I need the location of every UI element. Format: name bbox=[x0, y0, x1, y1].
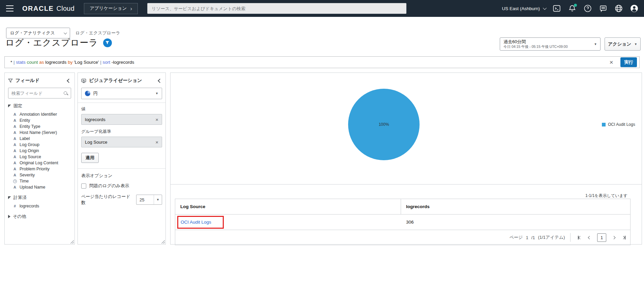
field-item[interactable]: AProblem Priority bbox=[8, 166, 71, 172]
chart-monitor-icon bbox=[81, 78, 86, 83]
value-chip-label: logrecords bbox=[85, 117, 105, 122]
annotation-red-box: OCI Audit Logs bbox=[177, 216, 224, 229]
page-current-text: 1 bbox=[526, 235, 528, 240]
chart-type-select[interactable]: 円 ▼ bbox=[81, 88, 162, 99]
field-item[interactable]: ALog Origin bbox=[8, 148, 71, 154]
remove-chip-icon[interactable]: × bbox=[155, 117, 158, 122]
string-field-icon: A bbox=[13, 167, 17, 171]
field-label: Host Name (Server) bbox=[20, 130, 57, 135]
field-search-input[interactable] bbox=[11, 91, 63, 96]
log-source-cell: OCI Audit Logs bbox=[175, 215, 401, 230]
field-label: Problem Priority bbox=[20, 167, 50, 171]
hamburger-menu-icon[interactable] bbox=[6, 5, 14, 11]
applications-button[interactable]: アプリケーション › bbox=[84, 3, 138, 14]
records-per-page-row: ページ当たりのレコード数 25 ▼ bbox=[81, 194, 162, 206]
column-header-log-source: Log Source bbox=[175, 199, 401, 214]
number-field-icon: # bbox=[13, 204, 17, 208]
section-computed[interactable]: 計算済 bbox=[8, 194, 71, 202]
scope-filter-icon[interactable] bbox=[103, 38, 112, 47]
field-item[interactable]: ALog Source bbox=[8, 154, 71, 160]
field-label: Annotation Identifier bbox=[20, 112, 57, 117]
field-item[interactable]: ALabel bbox=[8, 136, 71, 142]
previous-page-button[interactable] bbox=[586, 236, 593, 239]
collapse-panel-icon[interactable] bbox=[66, 79, 71, 82]
clear-query-icon[interactable]: × bbox=[606, 59, 616, 66]
chevron-down-icon bbox=[64, 31, 67, 34]
expanded-triangle-icon bbox=[8, 196, 11, 199]
language-globe-icon[interactable] bbox=[614, 4, 623, 13]
chevron-down-icon bbox=[543, 6, 547, 10]
dropdown-caret-icon: ▼ bbox=[591, 38, 600, 50]
string-field-icon: A bbox=[13, 130, 17, 135]
field-item[interactable]: ASeverity bbox=[8, 172, 71, 178]
string-field-icon: A bbox=[13, 118, 17, 123]
records-per-page-select[interactable]: 25 ▼ bbox=[136, 195, 162, 205]
remove-chip-icon[interactable]: × bbox=[155, 139, 158, 145]
pie-slice-label: 100% bbox=[379, 122, 389, 127]
query-token: * bbox=[10, 60, 13, 65]
section-pinned-label: 固定 bbox=[13, 103, 22, 109]
field-item[interactable]: ALog Group bbox=[8, 142, 71, 148]
table-summary: 1-1/1を表示しています bbox=[585, 193, 627, 199]
query-bar: * | stats count as logrecords by 'Log So… bbox=[4, 56, 640, 68]
time-range-text: 過去60分間 今日 04:15 午後 - 05:15 午後 UTC+09:00 bbox=[500, 38, 591, 50]
value-label: 値 bbox=[81, 106, 162, 112]
log-source-link[interactable]: OCI Audit Logs bbox=[181, 220, 211, 225]
logrecords-cell: 306 bbox=[401, 220, 414, 225]
first-page-button[interactable] bbox=[576, 236, 583, 239]
feedback-chat-icon[interactable] bbox=[599, 4, 608, 13]
pinned-field-list: AAnnotation IdentifierAEntityAEntity Typ… bbox=[8, 111, 71, 190]
actions-button[interactable]: アクション ▼ bbox=[605, 37, 641, 51]
pie-slice[interactable]: 100% bbox=[348, 89, 420, 160]
query-token: sort bbox=[102, 60, 111, 65]
help-icon[interactable] bbox=[583, 4, 592, 13]
region-selector[interactable]: US East (Ashburn) bbox=[502, 6, 546, 11]
run-query-button[interactable]: 実行 bbox=[620, 57, 637, 67]
last-page-button[interactable] bbox=[620, 236, 627, 239]
field-item[interactable]: AEntity bbox=[8, 117, 71, 123]
next-page-button[interactable] bbox=[611, 236, 617, 239]
string-field-icon: A bbox=[13, 136, 17, 141]
field-item[interactable]: #logrecords bbox=[8, 203, 71, 209]
field-label: Upload Name bbox=[20, 185, 45, 190]
records-per-page-label: ページ当たりのレコード数 bbox=[81, 194, 134, 206]
string-field-icon: A bbox=[13, 185, 17, 190]
collapse-panel-icon[interactable] bbox=[157, 79, 162, 82]
field-item[interactable]: AHost Name (Server) bbox=[8, 130, 71, 136]
table-header-row: Log Source logrecords bbox=[175, 199, 630, 215]
field-item[interactable]: AEntity Type bbox=[8, 123, 71, 130]
global-search-input[interactable] bbox=[147, 3, 406, 14]
field-label: Time bbox=[20, 179, 29, 183]
field-item[interactable]: AOriginal Log Content bbox=[8, 160, 71, 166]
string-field-icon: A bbox=[13, 142, 17, 147]
page-total: /1 bbox=[531, 235, 535, 240]
section-computed-label: 計算済 bbox=[13, 195, 27, 201]
region-label: US East (Ashburn) bbox=[502, 6, 540, 11]
page-title: ログ・エクスプローラ bbox=[5, 37, 98, 49]
field-item[interactable]: AUpload Name bbox=[8, 184, 71, 190]
panel-resize-handle[interactable] bbox=[161, 240, 165, 244]
value-chip: logrecords × bbox=[81, 114, 162, 125]
problem-logs-checkbox[interactable] bbox=[81, 183, 86, 189]
pie-chart-icon bbox=[85, 91, 90, 96]
current-page-box[interactable]: 1 bbox=[597, 233, 606, 242]
viz-panel-title: ビジュアライゼーション bbox=[89, 78, 155, 84]
section-pinned[interactable]: 固定 bbox=[8, 102, 71, 110]
table-pagination: ページ 1 /1 (1/1アイテム) 1 bbox=[175, 230, 630, 245]
chart-type-label: 円 bbox=[93, 90, 152, 96]
user-avatar[interactable] bbox=[630, 4, 639, 13]
time-range-selector[interactable]: 過去60分間 今日 04:15 午後 - 05:15 午後 UTC+09:00 … bbox=[500, 37, 601, 51]
section-other[interactable]: その他 bbox=[8, 212, 71, 221]
cloud-shell-icon[interactable] bbox=[552, 4, 561, 13]
field-label: Original Log Content bbox=[20, 161, 58, 165]
results-area: 100% OCI Audit Logs 1-1/1を表示しています Log So… bbox=[170, 73, 642, 245]
panel-resize-handle[interactable] bbox=[70, 240, 74, 244]
apply-button[interactable]: 適用 bbox=[81, 153, 99, 163]
legend-item[interactable]: OCI Audit Logs bbox=[602, 122, 635, 127]
notifications-bell-icon[interactable] bbox=[568, 4, 577, 13]
divider bbox=[570, 233, 571, 242]
query-input[interactable]: * | stats count as logrecords by 'Log So… bbox=[5, 60, 606, 65]
field-item[interactable]: AAnnotation Identifier bbox=[8, 111, 71, 117]
field-item[interactable]: Time bbox=[8, 178, 71, 184]
query-token: stats bbox=[16, 60, 27, 65]
